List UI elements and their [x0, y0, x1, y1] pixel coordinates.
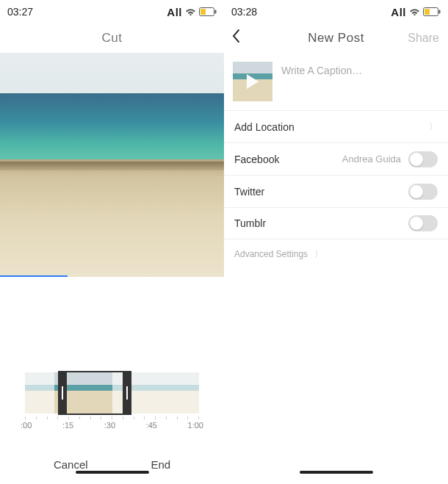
back-button[interactable]: [231, 29, 240, 48]
advanced-settings-label: Advanced Settings: [234, 249, 308, 259]
chevron-right-icon: 〉: [429, 120, 438, 133]
twitter-label: Twitter: [234, 186, 408, 198]
twitter-toggle[interactable]: [408, 184, 438, 200]
page-title: Cut: [102, 31, 123, 46]
tick-label: 1:00: [188, 421, 203, 430]
filmstrip[interactable]: [25, 372, 199, 413]
tick-label: :45: [146, 421, 157, 430]
home-indicator[interactable]: [76, 471, 149, 474]
status-time: 03:27: [7, 6, 33, 18]
tumblr-label: Tumblr: [234, 217, 408, 229]
trim-handle-left[interactable]: [58, 372, 67, 413]
caption-input[interactable]: Write A Caption…: [281, 62, 439, 76]
share-button[interactable]: Share: [408, 32, 439, 45]
facebook-label: Facebook: [234, 153, 342, 165]
home-indicator[interactable]: [300, 471, 373, 474]
tick-labels: :00 :15 :30 :45 1:00: [21, 421, 203, 430]
tick-label: :30: [104, 421, 115, 430]
battery-icon: [423, 7, 441, 16]
trim-handle-right[interactable]: [123, 372, 131, 413]
status-bar: 03:28 All: [224, 0, 448, 24]
add-location-label: Add Location: [234, 121, 429, 133]
advanced-settings-button[interactable]: Advanced Settings 〉: [224, 239, 448, 270]
wifi-icon: [185, 8, 196, 16]
tick-label: :00: [21, 421, 32, 430]
cancel-button[interactable]: Cancel: [54, 458, 88, 471]
facebook-account: Andrea Guida: [342, 153, 401, 165]
video-cut-screen: 03:27 All Cut: [0, 0, 224, 484]
new-post-screen: 03:28 All New Post Share Write A Caption…: [224, 0, 448, 484]
tick-label: :15: [62, 421, 73, 430]
page-title: New Post: [308, 31, 364, 46]
play-icon: [247, 74, 259, 89]
twitter-row: Twitter: [224, 175, 448, 207]
nav-bar: New Post Share: [224, 24, 448, 53]
caption-row: Write A Caption…: [224, 53, 448, 110]
battery-icon: [199, 7, 217, 16]
svg-rect-5: [424, 9, 430, 15]
trim-selection[interactable]: [58, 371, 131, 415]
status-carrier: All: [167, 6, 182, 18]
bottom-actions: Cancel End: [0, 458, 224, 471]
status-bar: 03:27 All: [0, 0, 224, 24]
svg-rect-2: [200, 9, 206, 15]
status-time: 03:28: [231, 6, 257, 18]
add-location-row[interactable]: Add Location 〉: [224, 110, 448, 142]
facebook-row: Facebook Andrea Guida: [224, 142, 448, 175]
nav-bar: Cut: [0, 24, 224, 53]
wifi-icon: [409, 8, 420, 16]
svg-rect-1: [215, 10, 217, 14]
timeline: :00 :15 :30 :45 1:00: [0, 277, 224, 430]
tumblr-toggle[interactable]: [408, 215, 438, 231]
tumblr-row: Tumblr: [224, 207, 448, 239]
svg-rect-4: [439, 10, 441, 14]
facebook-toggle[interactable]: [408, 151, 438, 167]
status-carrier: All: [391, 6, 406, 18]
video-preview[interactable]: [0, 53, 224, 277]
chevron-right-icon: 〉: [314, 249, 323, 259]
end-button[interactable]: End: [151, 458, 170, 471]
video-thumbnail[interactable]: [233, 62, 272, 101]
